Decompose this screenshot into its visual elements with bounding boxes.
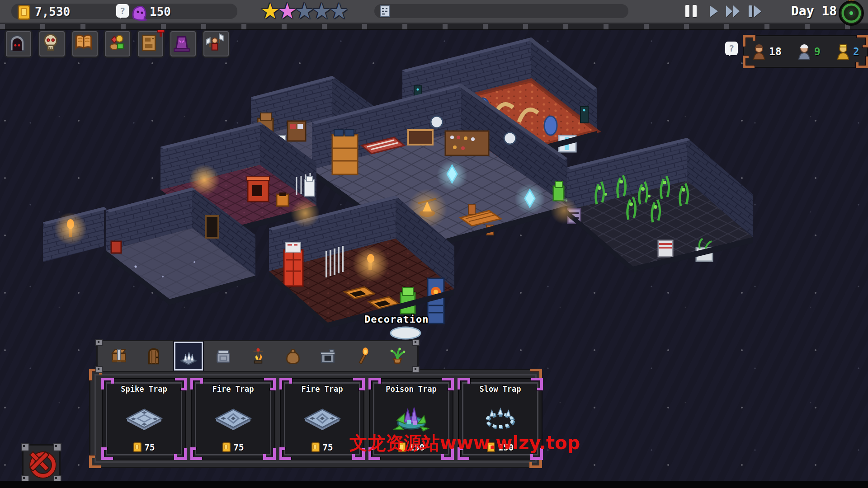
- loot-icon: [105, 31, 127, 54]
- spike-trap-icon: [178, 346, 199, 366]
- population-panel: 18 9 2: [743, 35, 868, 68]
- pressure-plate-icon: [213, 346, 234, 366]
- torch-wall: [43, 207, 107, 262]
- door-icon: [143, 346, 164, 366]
- star-empty: ★: [295, 0, 312, 23]
- play-button[interactable]: [705, 4, 724, 19]
- pause-button[interactable]: [682, 4, 701, 19]
- fast-forward-button[interactable]: [724, 4, 743, 19]
- tab-door[interactable]: [141, 343, 167, 369]
- top-bar: 7,530 ? 150 ★★★★★: [0, 0, 868, 24]
- poison-trap-image: [391, 404, 432, 434]
- star-empty: ★: [329, 0, 346, 23]
- gold-icon: [18, 5, 30, 20]
- cancel-placement-button[interactable]: [22, 444, 61, 483]
- skull-icon: [39, 31, 62, 54]
- population-help-bubble[interactable]: ?: [725, 42, 738, 55]
- elder-count-group: 9: [797, 43, 821, 60]
- elder-icon: [797, 43, 811, 60]
- dungeon-entrance-icon: [6, 31, 28, 54]
- fire-plate-image: [302, 405, 343, 433]
- resource-panel: 7,530 ? 150: [11, 4, 237, 19]
- card-title: Spike Trap: [103, 385, 185, 394]
- brazier-icon: [248, 346, 269, 366]
- coin-icon: [133, 442, 142, 452]
- room-farm[interactable]: [551, 138, 753, 272]
- soul-amount: 150: [150, 5, 171, 19]
- toolbar-loot-button[interactable]: [104, 30, 132, 58]
- coin-icon: [311, 442, 320, 452]
- watermark-text: 文龙资源站www.wlzy.top: [349, 431, 580, 455]
- card-title: Poison Trap: [370, 385, 453, 394]
- open-book-icon: [72, 31, 95, 54]
- peasant-count: 18: [769, 46, 782, 57]
- toolbar-monsters-button[interactable]: [38, 30, 66, 58]
- coin-icon: [222, 442, 231, 452]
- knight-count: 2: [853, 46, 859, 57]
- question-bubble-icon: ?: [116, 4, 129, 18]
- tab-sack[interactable]: [280, 343, 306, 369]
- treasure-chest-icon: [108, 346, 129, 366]
- toolbar-altar-button[interactable]: [169, 30, 197, 58]
- bottom-letterbox: [0, 481, 868, 488]
- build-tab-bar: [96, 340, 419, 372]
- card-title: Fire Trap: [192, 385, 274, 394]
- day-counter: Day 18: [791, 4, 837, 19]
- soul-ghost-icon: [130, 5, 149, 21]
- card-price: 75: [234, 442, 244, 452]
- card-price: 75: [323, 442, 333, 452]
- dungeon-heart-emblem[interactable]: [837, 0, 865, 27]
- toolbar-dungeon-entrance-button[interactable]: [5, 30, 33, 58]
- card-title: Slow Trap: [459, 385, 542, 394]
- knight-count-group: 2: [836, 43, 859, 60]
- fire-plate-image: [212, 405, 254, 433]
- event-progress-bar: [374, 4, 628, 18]
- dungeon-rating-stars: ★★★★★: [260, 0, 346, 23]
- card-spike-trap[interactable]: Spike Trap 75: [102, 378, 186, 460]
- slow-trap-image: [480, 404, 521, 434]
- tab-spike-trap[interactable]: [175, 343, 202, 369]
- altar-icon: [170, 31, 193, 54]
- plant-icon: [387, 346, 408, 366]
- tab-brazier[interactable]: [245, 343, 271, 369]
- sack-icon: [283, 346, 303, 366]
- star-gold: ★: [260, 0, 278, 23]
- toolbar-codex-button[interactable]: [71, 30, 99, 58]
- tab-pressure-plate[interactable]: [210, 343, 236, 369]
- gold-amount: 7,530: [35, 5, 70, 19]
- event-list-icon: [380, 5, 390, 17]
- card-title: Fire Trap: [281, 385, 363, 394]
- peasant-count-group: 18: [752, 43, 782, 60]
- star-pink: ★: [278, 0, 295, 23]
- toolbar-heroes-button[interactable]: [202, 30, 230, 58]
- card-price: 75: [145, 442, 155, 452]
- knight-icon: [836, 43, 850, 60]
- elder-count: 9: [814, 46, 821, 57]
- star-empty: ★: [312, 0, 329, 23]
- tab-torch[interactable]: [349, 343, 376, 369]
- furnace-icon: [317, 346, 338, 366]
- card-fire-trap[interactable]: Fire Trap 75: [191, 378, 275, 460]
- skip-day-button[interactable]: [746, 4, 765, 19]
- placement-tooltip: Decoration: [364, 314, 429, 325]
- tab-plant[interactable]: [384, 343, 410, 369]
- top-bar-trim: [0, 24, 868, 30]
- hero-flags-icon: [203, 31, 226, 54]
- torch-icon: [352, 346, 373, 366]
- tab-treasure-chest[interactable]: [106, 343, 132, 369]
- spike-plate-image: [123, 405, 165, 433]
- tab-furnace[interactable]: [315, 343, 341, 369]
- toolbar-quest-board-button[interactable]: [137, 30, 165, 58]
- game-screen: 7,530 ? 150 ★★★★★: [0, 0, 868, 488]
